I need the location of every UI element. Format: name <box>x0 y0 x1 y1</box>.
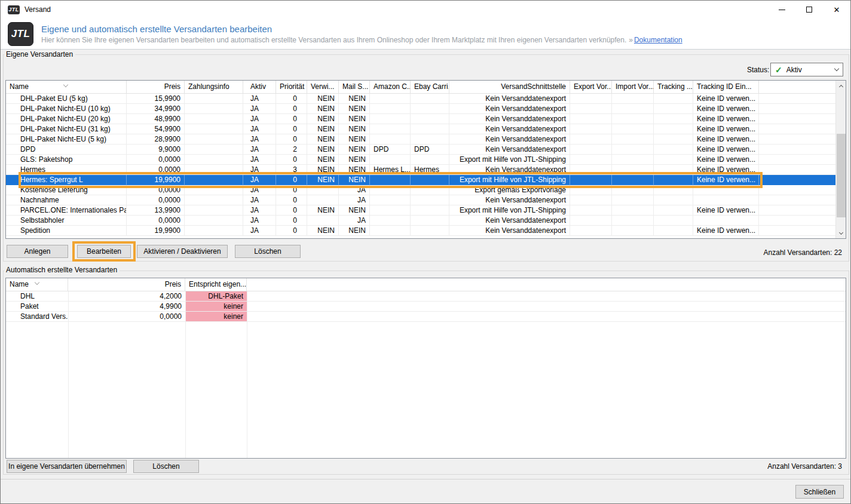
table-row[interactable]: Hermes0,0000JA3NEINNEINHermes L...Hermes… <box>6 165 835 175</box>
cell-name: PARCEL.ONE: Internationales Pak... <box>6 205 127 216</box>
cell-aktiv: JA <box>243 165 276 175</box>
cell-filler <box>759 185 835 195</box>
column-header-amazon-carrier[interactable]: Amazon C... <box>370 81 411 94</box>
table-row[interactable]: DHL-Paket EU (5 kg)15,9900JA0NEINNEINKei… <box>6 94 835 104</box>
table-row[interactable]: Spedition19,9900JA0NEINNEINKein Versandd… <box>6 226 835 236</box>
cell-export-vorlage <box>570 145 612 155</box>
table-row[interactable]: DHL-Paket Nicht-EU (10 kg)34,9900JA0NEIN… <box>6 104 835 114</box>
cell-preis: 0,0000 <box>127 185 185 195</box>
column-header-import-vorlage[interactable]: Import Vor... <box>612 81 654 94</box>
table-row[interactable]: Paket4,9900keiner <box>6 302 846 312</box>
cell-versandschnittstelle: Kein Versanddatenexport <box>449 114 570 124</box>
column-header-preis[interactable]: Preis <box>127 81 185 94</box>
table-row[interactable]: DHL-Paket Nicht-EU (31 kg)54,9900JA0NEIN… <box>6 124 835 134</box>
cell-name: DHL-Paket Nicht-EU (31 kg) <box>6 124 127 134</box>
cell-ebay-carrier <box>411 185 449 195</box>
column-header-preis[interactable]: Preis <box>68 278 185 291</box>
footer-bar <box>1 479 850 503</box>
dokumentation-link[interactable]: Dokumentation <box>634 36 682 44</box>
table-row[interactable]: DHL-Paket Nicht-EU (20 kg)48,9900JA0NEIN… <box>6 114 835 124</box>
table-row[interactable]: GLS: Paketshop0,0000JA0NEINNEINExport mi… <box>6 155 835 165</box>
cell-zahlungsinfo <box>185 216 243 226</box>
cell-verwendung: NEIN <box>307 104 339 114</box>
cell-prioritaet: 2 <box>276 145 307 155</box>
cell-amazon-carrier: DPD <box>370 145 411 155</box>
table-row[interactable]: Selbstabholer0,0000JA0JAKein Versanddate… <box>6 216 835 226</box>
cell-export-vorlage <box>570 205 612 216</box>
cell-tracking <box>654 185 693 195</box>
cell-name: Nachnahme <box>6 195 127 205</box>
table-row[interactable]: Kostenlose Lieferung0,0000JA0JAExport ge… <box>6 185 835 195</box>
anlegen-button[interactable]: Anlegen <box>7 245 68 258</box>
cell-filler <box>759 205 835 216</box>
cell-filler <box>759 195 835 205</box>
column-header-versandschnittstelle[interactable]: VersandSchnittstelle <box>449 81 570 94</box>
scroll-up-button[interactable] <box>836 81 846 91</box>
cell-mail: NEIN <box>339 104 370 114</box>
cell-mail: NEIN <box>339 145 370 155</box>
cell-import-vorlage <box>612 124 654 134</box>
scrollbar-thumb[interactable] <box>837 134 846 217</box>
chevron-down-icon <box>834 66 839 71</box>
column-header-prioritaet[interactable]: Priorität <box>276 81 307 94</box>
cell-prioritaet: 0 <box>276 216 307 226</box>
section-title-eigene-versandarten: Eigene Versandarten <box>4 50 75 59</box>
table-row[interactable]: DPD9,9000JA2NEINNEINDPDDPDKein Versandda… <box>6 145 835 155</box>
cell-aktiv: JA <box>243 185 276 195</box>
column-header-zahlungsinfo[interactable]: Zahlungsinfo <box>185 81 243 94</box>
cell-mail: NEIN <box>339 226 370 236</box>
window-controls <box>768 1 850 19</box>
cell-ebay-carrier <box>411 124 449 134</box>
vertical-scrollbar[interactable] <box>835 81 846 238</box>
column-header-aktiv[interactable]: Aktiv <box>243 81 276 94</box>
table-row[interactable]: DHL4,2000DHL-Paket <box>6 291 846 302</box>
schliessen-button[interactable]: Schließen <box>795 485 844 499</box>
page-title: Eigene und automatisch erstellte Versand… <box>41 24 682 34</box>
cell-name: Hermes <box>6 165 127 175</box>
loeschen-button-own[interactable]: Löschen <box>235 245 301 258</box>
cell-name: DHL-Paket Nicht-EU (10 kg) <box>6 104 127 114</box>
cell-verwendung: NEIN <box>307 205 339 216</box>
column-header-verwendung[interactable]: Verwi... <box>307 81 339 94</box>
cell-verwendung: NEIN <box>307 114 339 124</box>
cell-mail: NEIN <box>339 124 370 134</box>
check-icon <box>775 65 782 75</box>
loeschen-button-auto[interactable]: Löschen <box>133 460 199 473</box>
status-select[interactable]: Aktiv <box>770 63 843 76</box>
column-header-tracking[interactable]: Tracking ... <box>654 81 693 94</box>
column-header-export-vorlage[interactable]: Export Vor... <box>570 81 612 94</box>
cell-name: Spedition <box>6 226 127 236</box>
cell-ebay-carrier <box>411 205 449 216</box>
column-header-mail[interactable]: Mail S... <box>339 81 370 94</box>
cell-amazon-carrier <box>370 226 411 236</box>
cell-export-vorlage <box>570 134 612 145</box>
column-header-ebay-carrier[interactable]: Ebay Carri... <box>411 81 449 94</box>
table-row[interactable]: DHL-Paket Nicht-EU (5 kg)28,9900JA0NEINN… <box>6 134 835 145</box>
close-button[interactable] <box>823 1 850 19</box>
cell-mail: JA <box>339 216 370 226</box>
aktivieren-deaktivieren-button[interactable]: Aktivieren / Deaktivieren <box>137 245 228 258</box>
uebernehmen-button[interactable]: In eigene Versandarten übernehmen <box>7 460 127 473</box>
minimize-icon <box>779 10 785 10</box>
table-row[interactable]: Hermes: Sperrgut L19,9900JA0NEINNEINExpo… <box>6 175 835 185</box>
cell-verwendung <box>307 185 339 195</box>
maximize-button[interactable] <box>795 1 823 19</box>
cell-tracking <box>654 195 693 205</box>
cell-verwendung <box>307 195 339 205</box>
cell-tracking <box>654 175 693 185</box>
table-row[interactable]: Standard Vers...0,0000keiner <box>6 312 846 322</box>
minimize-button[interactable] <box>768 1 795 19</box>
cell-zahlungsinfo <box>185 124 243 134</box>
bearbeiten-button[interactable]: Bearbeiten <box>77 245 131 258</box>
table-row[interactable]: Nachnahme0,0000JA0JAKein Versanddatenexp… <box>6 195 835 205</box>
cell-name: GLS: Paketshop <box>6 155 127 165</box>
column-header-tracking-id[interactable]: Tracking ID Ein... <box>693 81 759 94</box>
cell-prioritaet: 0 <box>276 104 307 114</box>
titlebar: JTL Versand <box>1 1 850 19</box>
cell-aktiv: JA <box>243 155 276 165</box>
table-row[interactable]: PARCEL.ONE: Internationales Pak...13,990… <box>6 205 835 216</box>
column-header-entspricht[interactable]: Entspricht eigen... <box>185 278 247 291</box>
scrollbar-track[interactable] <box>836 91 846 228</box>
cell-import-vorlage <box>612 185 654 195</box>
scroll-down-button[interactable] <box>836 228 846 238</box>
